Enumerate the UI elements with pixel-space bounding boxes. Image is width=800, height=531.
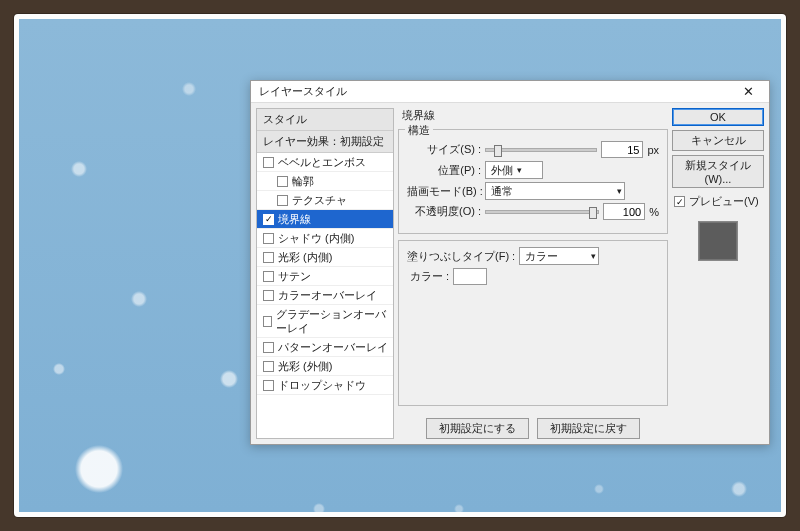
titlebar[interactable]: レイヤースタイル ✕	[251, 81, 769, 103]
style-item[interactable]: 境界線	[257, 210, 393, 229]
style-item-checkbox[interactable]	[263, 271, 274, 282]
style-item[interactable]: 光彩 (内側)	[257, 248, 393, 267]
style-item-label: サテン	[278, 269, 311, 283]
opacity-input[interactable]	[603, 203, 645, 220]
size-label: サイズ(S) :	[407, 142, 481, 157]
fill-fieldset: 塗りつぶしタイプ(F) : カラー▾ カラー :	[398, 240, 668, 406]
style-item-label: ベベルとエンボス	[278, 155, 366, 169]
position-label: 位置(P) :	[407, 163, 481, 178]
color-swatch[interactable]	[453, 268, 487, 285]
styles-header[interactable]: スタイル	[257, 109, 393, 131]
style-item-label: ドロップシャドウ	[278, 378, 366, 392]
style-item[interactable]: サテン	[257, 267, 393, 286]
size-input[interactable]	[601, 141, 643, 158]
make-default-button[interactable]: 初期設定にする	[426, 418, 529, 439]
position-value: 外側	[491, 163, 513, 178]
layer-style-dialog: レイヤースタイル ✕ スタイル レイヤー効果：初期設定 ベベルとエンボス輪郭テク…	[250, 80, 770, 445]
style-item[interactable]: カラーオーバーレイ	[257, 286, 393, 305]
style-item-label: 光彩 (内側)	[278, 250, 332, 264]
color-label: カラー :	[407, 269, 449, 284]
section-title: 境界線	[398, 108, 668, 123]
style-item-label: 境界線	[278, 212, 311, 226]
right-buttons: OK キャンセル 新規スタイル(W)... プレビュー(V)	[672, 108, 764, 439]
blendmode-value: 通常	[491, 184, 613, 199]
style-item-checkbox[interactable]	[263, 252, 274, 263]
style-item-label: 輪郭	[292, 174, 314, 188]
opacity-slider[interactable]	[485, 210, 599, 214]
blend-options-header[interactable]: レイヤー効果：初期設定	[257, 131, 393, 153]
blendmode-label: 描画モード(B) :	[407, 184, 481, 199]
ok-button[interactable]: OK	[672, 108, 764, 126]
style-item-checkbox[interactable]	[263, 233, 274, 244]
position-combo[interactable]: 外側▾	[485, 161, 543, 179]
style-item-checkbox[interactable]	[263, 342, 274, 353]
style-item-checkbox[interactable]	[263, 316, 272, 327]
preview-label: プレビュー(V)	[689, 194, 759, 209]
style-item[interactable]: グラデーションオーバーレイ	[257, 305, 393, 338]
preview-swatch	[698, 221, 738, 261]
style-item-checkbox[interactable]	[277, 176, 288, 187]
style-item-checkbox[interactable]	[277, 195, 288, 206]
style-item[interactable]: シャドウ (内側)	[257, 229, 393, 248]
style-item[interactable]: パターンオーバーレイ	[257, 338, 393, 357]
style-item[interactable]: 輪郭	[257, 172, 393, 191]
size-unit: px	[647, 144, 659, 156]
dialog-title: レイヤースタイル	[259, 84, 731, 99]
chevron-down-icon: ▾	[617, 186, 622, 196]
style-item[interactable]: ドロップシャドウ	[257, 376, 393, 395]
style-item-checkbox[interactable]	[263, 361, 274, 372]
cancel-button[interactable]: キャンセル	[672, 130, 764, 151]
chevron-down-icon: ▾	[591, 251, 596, 261]
new-style-button[interactable]: 新規スタイル(W)...	[672, 155, 764, 188]
style-item-checkbox[interactable]	[263, 157, 274, 168]
preview-checkbox[interactable]	[674, 196, 685, 207]
style-item-checkbox[interactable]	[263, 380, 274, 391]
size-slider[interactable]	[485, 148, 597, 152]
chevron-down-icon: ▾	[517, 165, 522, 175]
style-item[interactable]: テクスチャ	[257, 191, 393, 210]
filltype-value: カラー	[525, 249, 587, 264]
style-item-label: 光彩 (外側)	[278, 359, 332, 373]
filltype-combo[interactable]: カラー▾	[519, 247, 599, 265]
style-item-checkbox[interactable]	[263, 214, 274, 225]
style-item-label: パターンオーバーレイ	[278, 340, 388, 354]
structure-legend: 構造	[405, 123, 433, 138]
close-icon[interactable]: ✕	[731, 83, 765, 101]
style-item-label: テクスチャ	[292, 193, 347, 207]
style-item-label: カラーオーバーレイ	[278, 288, 377, 302]
style-item[interactable]: ベベルとエンボス	[257, 153, 393, 172]
style-item-label: シャドウ (内側)	[278, 231, 354, 245]
opacity-label: 不透明度(O) :	[407, 204, 481, 219]
filltype-label: 塗りつぶしタイプ(F) :	[407, 249, 515, 264]
style-item[interactable]: 光彩 (外側)	[257, 357, 393, 376]
style-item-checkbox[interactable]	[263, 290, 274, 301]
structure-fieldset: 構造 サイズ(S) : px 位置(P) : 外側▾ 描画モード(B) :	[398, 129, 668, 234]
blendmode-combo[interactable]: 通常▾	[485, 182, 625, 200]
style-item-label: グラデーションオーバーレイ	[276, 307, 389, 335]
stroke-settings: 境界線 構造 サイズ(S) : px 位置(P) : 外側▾ 描画モード(B) …	[398, 108, 668, 439]
preview-checkbox-row[interactable]: プレビュー(V)	[672, 192, 764, 211]
opacity-unit: %	[649, 206, 659, 218]
styles-list: スタイル レイヤー効果：初期設定 ベベルとエンボス輪郭テクスチャ境界線シャドウ …	[256, 108, 394, 439]
reset-default-button[interactable]: 初期設定に戻す	[537, 418, 640, 439]
